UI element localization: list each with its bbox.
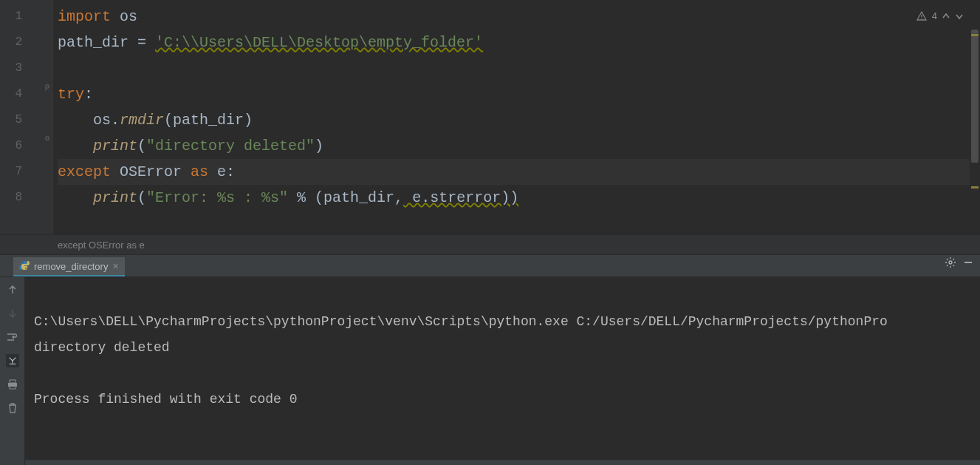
function-call: print <box>93 189 137 206</box>
inspection-count: 4 <box>932 3 937 29</box>
line-number: 2 <box>0 30 22 55</box>
identifier: OSError <box>120 163 191 180</box>
line-number: 1 <box>0 4 22 30</box>
run-tool-window: C:\Users\DELL\PycharmProjects\pythonProj… <box>0 277 980 465</box>
python-file-icon <box>19 260 30 273</box>
args: % (path_dir <box>288 189 394 206</box>
line-number: 6 <box>0 133 22 159</box>
keyword: import <box>58 8 111 25</box>
run-tab-active[interactable]: remove_directory × <box>13 257 125 276</box>
code-line[interactable]: try: <box>58 81 980 107</box>
punct: ) <box>510 189 518 206</box>
up-arrow-icon[interactable] <box>6 283 19 296</box>
breadcrumb[interactable]: except OSError as e <box>0 234 980 255</box>
punct: ) <box>315 138 323 155</box>
identifier: e <box>217 163 226 180</box>
trash-icon[interactable] <box>6 401 19 415</box>
keyword: as <box>191 163 217 180</box>
svg-point-3 <box>25 268 27 269</box>
string-literal: "directory deleted" <box>146 138 315 155</box>
minimize-panel-icon[interactable] <box>962 257 976 270</box>
identifier: os. <box>93 112 120 129</box>
code-content[interactable]: import os path_dir = 'C:\\Users\DELL\Des… <box>53 0 980 234</box>
indent <box>58 138 93 155</box>
svg-point-2 <box>22 262 24 263</box>
problem-marker[interactable] <box>971 34 979 36</box>
args: e.strerror) <box>403 189 510 206</box>
console-line: directory deleted <box>34 340 170 355</box>
punct: : <box>226 163 235 180</box>
editor-scrollbar[interactable] <box>970 0 980 234</box>
code-line-current[interactable]: except OSError as e: <box>58 159 980 185</box>
prev-problem-icon[interactable] <box>942 12 950 21</box>
indent <box>58 112 93 129</box>
inspection-widget[interactable]: 4 <box>916 3 964 29</box>
code-line[interactable]: print("directory deleted") <box>58 133 980 159</box>
punct: , <box>394 189 403 206</box>
console-line: Process finished with exit code 0 <box>34 392 297 407</box>
keyword: except <box>58 163 120 180</box>
run-tab-label: remove_directory <box>34 261 108 272</box>
code-line[interactable]: import os <box>58 4 980 30</box>
code-editor[interactable]: 1 2 3 4 5 6 7 8 import os path_dir = 'C:… <box>0 0 980 234</box>
editor-gutter: 1 2 3 4 5 6 7 8 <box>0 0 53 234</box>
function-call: print <box>93 138 137 155</box>
run-toolbar <box>0 277 25 465</box>
run-tool-tab-bar: remove_directory × <box>0 255 980 277</box>
problem-marker[interactable] <box>971 186 979 189</box>
line-number: 5 <box>0 107 22 133</box>
console-output[interactable]: C:\Users\DELL\PycharmProjects\pythonProj… <box>25 277 980 465</box>
function-call: rmdir <box>120 112 164 129</box>
console-line: C:\Users\DELL\PycharmProjects\pythonProj… <box>34 314 888 329</box>
args: (path_dir) <box>164 112 253 129</box>
string-literal: 'C:\\Users\DELL\Desktop\empty_folder' <box>155 34 483 51</box>
indent <box>58 189 93 206</box>
svg-rect-6 <box>10 380 16 383</box>
line-number: 8 <box>0 185 22 211</box>
scroll-to-end-icon[interactable] <box>6 354 19 367</box>
soft-wrap-icon[interactable] <box>6 330 19 344</box>
console-horizontal-scrollbar[interactable] <box>25 460 980 465</box>
breadcrumb-item[interactable]: except OSError as e <box>58 240 145 251</box>
code-line[interactable]: path_dir = 'C:\\Users\DELL\Desktop\empty… <box>58 30 980 55</box>
code-line[interactable]: os.rmdir(path_dir) <box>58 107 980 133</box>
operator: = <box>137 34 155 51</box>
identifier: path_dir <box>58 34 137 51</box>
line-number: 3 <box>0 55 22 81</box>
code-line[interactable]: print("Error: %s : %s" % (path_dir, e.st… <box>58 185 980 211</box>
string-literal: "Error: %s : %s" <box>146 189 288 206</box>
settings-icon[interactable] <box>945 257 958 270</box>
svg-point-4 <box>949 261 952 264</box>
close-tab-icon[interactable]: × <box>112 260 118 272</box>
keyword: try <box>58 86 84 103</box>
next-problem-icon[interactable] <box>955 12 964 21</box>
identifier: os <box>111 8 137 25</box>
fold-toggle-icon[interactable] <box>44 136 53 146</box>
line-number: 4 <box>0 81 22 107</box>
svg-point-1 <box>921 18 922 19</box>
punct: ( <box>137 189 146 206</box>
down-arrow-icon[interactable] <box>6 307 19 320</box>
punct: : <box>84 86 93 103</box>
line-number: 7 <box>0 159 22 185</box>
fold-toggle-icon[interactable] <box>44 84 53 95</box>
warning-icon[interactable] <box>916 10 928 22</box>
print-icon[interactable] <box>6 378 19 391</box>
scrollbar-thumb[interactable] <box>971 30 979 163</box>
punct: ( <box>137 138 146 155</box>
